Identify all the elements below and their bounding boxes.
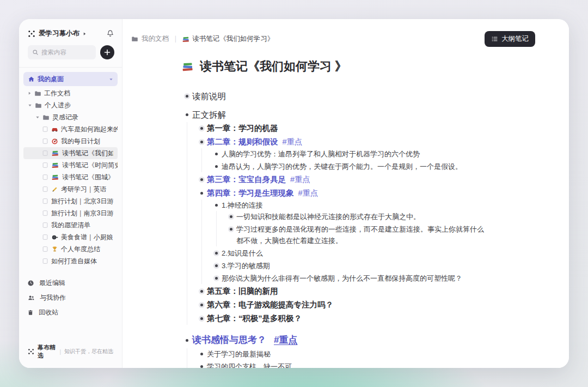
sidebar-doc[interactable]: 读书笔记《时间简史》 [19, 159, 122, 171]
tri-down-icon[interactable] [35, 116, 40, 119]
outline-bullet-icon[interactable] [225, 223, 236, 235]
tri-down-icon[interactable] [28, 104, 32, 107]
sidebar-shortcut[interactable]: 与我协作 [19, 291, 122, 305]
sidebar-doc[interactable]: 汽车是如何跑起来的 [19, 123, 122, 135]
outline-row[interactable]: 第六章：电子游戏能提高专注力吗？ [196, 299, 486, 311]
workspace-caret-icon[interactable] [83, 32, 87, 36]
outline-row[interactable]: 人脑的学习优势：迪昂列举了和人脑相对于机器学习的六个优势 [211, 148, 486, 160]
outline-row[interactable]: 3.学习的敏感期 [211, 260, 486, 271]
bell-icon[interactable] [106, 29, 114, 38]
breadcrumb-doc[interactable]: 读书笔记《我们如何学习》 [182, 34, 274, 44]
outline-bullet-icon[interactable] [211, 260, 222, 271]
outline-bullet-icon[interactable] [211, 199, 222, 211]
outline-row[interactable]: 一切知识和技能都是以神经元连接的形式存在于大脑之中。 [225, 211, 486, 222]
outline-text[interactable]: 学习的四个支柱，缺一不可 [207, 361, 292, 368]
outline-bullet-icon[interactable] [211, 273, 222, 284]
outline-bullet-icon[interactable] [196, 361, 207, 368]
sidebar-doc[interactable]: 美食食谱｜小厨娘 [19, 231, 122, 243]
outline-row[interactable]: 学习的四个支柱，缺一不可 [196, 361, 486, 368]
outline-tag[interactable]: #重点 [290, 173, 310, 186]
outline-row[interactable]: 2.知识是什么 [211, 247, 486, 259]
outline-text[interactable]: 第七章：“积极”是多积极？ [207, 312, 302, 325]
sidebar-footer[interactable]: 幕布精选 | 知识干货，尽在精选 [19, 335, 122, 368]
outline-row[interactable]: 第二章：规则和假设#重点 [196, 136, 486, 148]
outline-text[interactable]: 读书感悟与思考？ [192, 332, 266, 348]
outline-text[interactable]: 学习过程更多的是强化现有的一些连接，而不是建立新连接。事实上你就算什么都不做，大… [236, 223, 486, 246]
outline-text[interactable]: 迪昂认为，人脑学习的优势，关键在于两个能力。一个是规则，一个是假设。 [222, 161, 462, 172]
outline-bullet-icon[interactable] [196, 348, 207, 360]
sidebar-doc[interactable]: 读书笔记《我们如何学... [23, 147, 118, 159]
outline-bullet-icon[interactable] [196, 122, 207, 135]
outline-text[interactable]: 人脑的学习优势：迪昂列举了和人脑相对于机器学习的六个优势 [222, 148, 420, 160]
add-document-button[interactable] [100, 45, 114, 59]
outline-text[interactable]: 第一章：学习的机器 [207, 122, 278, 135]
outline-text[interactable]: 1.神经的连接 [222, 199, 263, 211]
outline-text[interactable]: 3.学习的敏感期 [222, 260, 270, 271]
workspace-name[interactable]: 爱学习幕小布 [39, 29, 79, 38]
books-icon [181, 61, 194, 72]
outline-item: 学习的四个支柱，缺一不可学习的四个支柱，缺一不可 [196, 361, 486, 368]
outline-row[interactable]: 读前说明 [181, 89, 486, 104]
outline-bullet-icon[interactable] [225, 211, 236, 222]
outline-text[interactable]: 2.知识是什么 [222, 247, 263, 259]
outline-bullet-icon[interactable] [196, 285, 207, 298]
outline-row[interactable]: 迪昂认为，人脑学习的优势，关键在于两个能力。一个是规则，一个是假设。 [211, 161, 486, 172]
outline-text[interactable]: 正文拆解 [192, 107, 226, 122]
sidebar-shortcut[interactable]: 回收站 [19, 305, 122, 320]
sidebar-doc[interactable]: 考研学习｜英语 [19, 183, 122, 195]
sidebar-folder[interactable]: 工作文档 [19, 87, 122, 99]
sidebar-folder[interactable]: 个人进步 [19, 99, 122, 111]
document-title[interactable]: 读书笔记《我们如何学习 》 [181, 58, 560, 75]
outline-bullet-icon[interactable] [211, 161, 222, 172]
search-input[interactable] [41, 49, 91, 56]
outline-row[interactable]: 正文拆解 [181, 107, 486, 122]
outline-tag[interactable]: #重点 [298, 187, 318, 199]
outline-bullet-icon[interactable] [211, 247, 222, 259]
outline-row[interactable]: 第五章：旧脑的新用 [196, 285, 486, 298]
outline-text[interactable]: 第三章：宝宝自身具足 [207, 173, 286, 186]
outline-row[interactable]: 1.神经的连接 [211, 199, 486, 211]
outline-text[interactable]: 读前说明 [192, 89, 226, 104]
outline-bullet-icon[interactable] [181, 89, 192, 104]
outline-text[interactable]: 第六章：电子游戏能提高专注力吗？ [207, 299, 333, 311]
sidebar-doc[interactable]: 我的愿望清单 [19, 219, 122, 231]
outline-mode-button[interactable]: 大纲笔记 [485, 31, 535, 47]
books-icon [51, 173, 59, 181]
outline-bullet-icon[interactable] [181, 107, 192, 122]
sidebar-doc[interactable]: 旅行计划｜北京3日游 [19, 195, 122, 207]
outline-row[interactable]: 读书感悟与思考？#重点 [181, 332, 486, 348]
outline-text[interactable]: 第四章：学习是生理现象 [207, 187, 294, 199]
outline-text[interactable]: 第五章：旧脑的新用 [207, 285, 278, 298]
outline-row[interactable]: 第一章：学习的机器 [196, 122, 486, 135]
outline-tag[interactable]: #重点 [283, 136, 303, 148]
outline-tag[interactable]: #重点 [274, 332, 297, 348]
outline-bullet-icon[interactable] [181, 332, 192, 348]
outline-row[interactable]: 第三章：宝宝自身具足#重点 [196, 173, 486, 186]
outline-bullet-icon[interactable] [211, 148, 222, 160]
sidebar-doc[interactable]: 我的每日计划 [19, 135, 122, 147]
outline-text[interactable]: 一切知识和技能都是以神经元连接的形式存在于大脑之中。 [236, 211, 420, 222]
outline-row[interactable]: 关于学习的最新揭秘 [196, 348, 486, 360]
sidebar-doc[interactable]: 读书笔记《围城》 [19, 171, 122, 183]
breadcrumb-folder[interactable]: 我的文档 [142, 34, 169, 44]
sidebar-item-desktop[interactable]: 我的桌面 [23, 72, 118, 86]
outline-bullet-icon[interactable] [196, 136, 207, 148]
sidebar-doc[interactable]: 个人年度总结 [19, 243, 122, 255]
outline-text[interactable]: 那你说大脑为什么非得有一个敏感期，为什么不一直都保持高度的可塑性呢？ [222, 273, 462, 284]
outline-row[interactable]: 学习过程更多的是强化现有的一些连接，而不是建立新连接。事实上你就算什么都不做，大… [225, 223, 486, 246]
sidebar-doc[interactable]: 旅行计划｜南京3日游 [19, 207, 122, 219]
tri-right-icon[interactable] [28, 91, 32, 95]
outline-row[interactable]: 那你说大脑为什么非得有一个敏感期，为什么不一直都保持高度的可塑性呢？ [211, 273, 486, 284]
outline-bullet-icon[interactable] [196, 299, 207, 311]
outline-row[interactable]: 第七章：“积极”是多积极？ [196, 312, 486, 325]
outline-row[interactable]: 第四章：学习是生理现象#重点 [196, 187, 486, 199]
outline-text[interactable]: 第二章：规则和假设 [207, 136, 278, 148]
sidebar-folder[interactable]: 灵感记录 [19, 111, 122, 123]
outline-bullet-icon[interactable] [196, 187, 207, 199]
outline-bullet-icon[interactable] [196, 173, 207, 186]
outline-text[interactable]: 关于学习的最新揭秘 [207, 348, 271, 360]
search-box[interactable] [28, 45, 96, 59]
outline-bullet-icon[interactable] [196, 312, 207, 325]
sidebar-doc[interactable]: 如何打造自媒体 [19, 255, 122, 267]
sidebar-shortcut[interactable]: 最近编辑 [19, 276, 122, 291]
